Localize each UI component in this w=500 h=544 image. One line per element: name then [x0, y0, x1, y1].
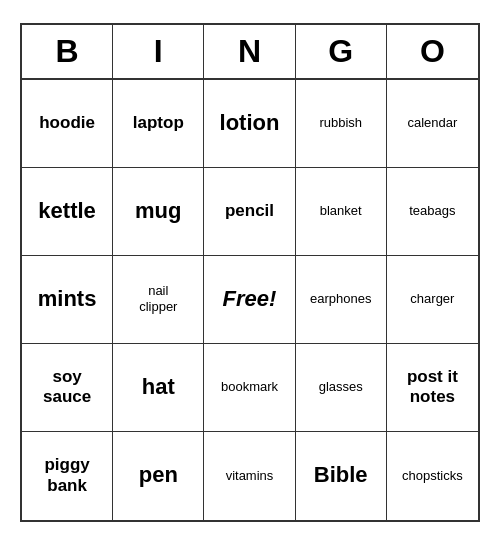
- bingo-card: BINGO hoodielaptoplotionrubbishcalendark…: [20, 23, 480, 522]
- header-letter: I: [113, 25, 204, 78]
- cell-text: pen: [139, 462, 178, 488]
- bingo-cell: nailclipper: [113, 256, 204, 344]
- bingo-cell: bookmark: [204, 344, 295, 432]
- bingo-cell: chopsticks: [387, 432, 478, 520]
- bingo-cell: mints: [22, 256, 113, 344]
- cell-text: rubbish: [319, 115, 362, 131]
- cell-text: earphones: [310, 291, 371, 307]
- bingo-cell: piggybank: [22, 432, 113, 520]
- header-letter: G: [296, 25, 387, 78]
- bingo-cell: blanket: [296, 168, 387, 256]
- bingo-cell: earphones: [296, 256, 387, 344]
- bingo-cell: hoodie: [22, 80, 113, 168]
- cell-text: teabags: [409, 203, 455, 219]
- cell-text: chopsticks: [402, 468, 463, 484]
- bingo-cell: soysauce: [22, 344, 113, 432]
- bingo-cell: pen: [113, 432, 204, 520]
- bingo-cell: Free!: [204, 256, 295, 344]
- cell-text: charger: [410, 291, 454, 307]
- cell-text: Bible: [314, 462, 368, 488]
- cell-text: glasses: [319, 379, 363, 395]
- bingo-cell: glasses: [296, 344, 387, 432]
- bingo-cell: kettle: [22, 168, 113, 256]
- bingo-cell: rubbish: [296, 80, 387, 168]
- bingo-cell: lotion: [204, 80, 295, 168]
- cell-text: soysauce: [43, 367, 91, 408]
- cell-text: mug: [135, 198, 181, 224]
- bingo-cell: charger: [387, 256, 478, 344]
- bingo-grid: hoodielaptoplotionrubbishcalendarkettlem…: [22, 80, 478, 520]
- bingo-header: BINGO: [22, 25, 478, 80]
- bingo-cell: Bible: [296, 432, 387, 520]
- bingo-cell: vitamins: [204, 432, 295, 520]
- bingo-cell: post itnotes: [387, 344, 478, 432]
- cell-text: hat: [142, 374, 175, 400]
- cell-text: pencil: [225, 201, 274, 221]
- cell-text: lotion: [220, 110, 280, 136]
- bingo-cell: calendar: [387, 80, 478, 168]
- cell-text: piggybank: [44, 455, 89, 496]
- bingo-cell: laptop: [113, 80, 204, 168]
- cell-text: nailclipper: [139, 283, 177, 314]
- cell-text: post itnotes: [407, 367, 458, 408]
- cell-text: kettle: [38, 198, 95, 224]
- cell-text: calendar: [407, 115, 457, 131]
- cell-text: vitamins: [226, 468, 274, 484]
- header-letter: O: [387, 25, 478, 78]
- bingo-cell: mug: [113, 168, 204, 256]
- cell-text: bookmark: [221, 379, 278, 395]
- header-letter: B: [22, 25, 113, 78]
- cell-text: Free!: [223, 286, 277, 312]
- cell-text: blanket: [320, 203, 362, 219]
- cell-text: laptop: [133, 113, 184, 133]
- bingo-cell: pencil: [204, 168, 295, 256]
- bingo-cell: hat: [113, 344, 204, 432]
- cell-text: mints: [38, 286, 97, 312]
- header-letter: N: [204, 25, 295, 78]
- cell-text: hoodie: [39, 113, 95, 133]
- bingo-cell: teabags: [387, 168, 478, 256]
